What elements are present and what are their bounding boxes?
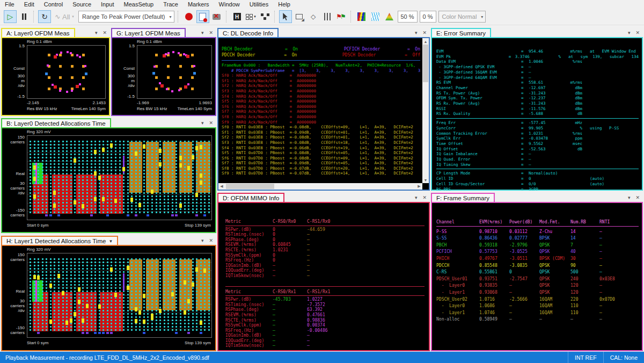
constellation-plot[interactable] <box>137 45 212 99</box>
panel-e-tab[interactable]: E: Error Summary <box>431 28 491 37</box>
panel-c-close-button[interactable]: ✕ <box>422 31 427 35</box>
metric-value: 1.0231 <box>529 131 560 136</box>
overlap-box[interactable]: 0 % <box>420 11 436 23</box>
channel-cell: QPSK <box>539 289 570 296</box>
allocations-plot[interactable] <box>27 135 212 220</box>
allocations-plot[interactable] <box>27 253 212 338</box>
panel-f-close-button[interactable]: ✕ <box>635 195 640 200</box>
panel-g-minimize-button[interactable]: ▾ <box>201 31 204 35</box>
panel-a-header[interactable]: A: Layer0 OFDM Meas ▾✕ <box>1 26 110 37</box>
sync-scatter-point <box>84 65 86 67</box>
decoder-label: PDCCH Decoder <box>222 53 284 59</box>
panel-c-minimize-button[interactable]: ▾ <box>415 31 418 35</box>
panel-g-tab[interactable]: G: Layer1 OFDM Meas <box>111 28 186 37</box>
panel-f-tab[interactable]: F: Frame Summary <box>431 193 495 202</box>
menu-item-window[interactable]: Window <box>214 0 245 9</box>
menu-item-edit[interactable]: Edit <box>19 0 39 9</box>
panel-a-minimize-button[interactable]: ▾ <box>95 31 98 35</box>
panel-f-header[interactable]: F: Frame Summary ▾✕ <box>431 191 643 202</box>
channel-cell: — <box>599 235 602 242</box>
panel-b-tab[interactable]: B: Layer0 Detected Allocations Time <box>1 118 111 127</box>
panel-b-minimize-button[interactable]: ▾ <box>201 121 204 126</box>
color-mode-dropdown[interactable]: Color Normal <box>438 11 486 23</box>
panel-d-close-button[interactable]: ✕ <box>422 195 427 200</box>
band-marker-button[interactable] <box>321 10 334 23</box>
reference-indicator: INT REF <box>568 352 603 363</box>
crs-stripe <box>184 258 186 332</box>
panel-d-header[interactable]: D: OFDM MIMO Info ▾✕ <box>217 191 430 202</box>
play-button[interactable]: ▷ <box>4 10 17 23</box>
panel-c-header[interactable]: C: DL Decode Info ▾✕ <box>217 26 430 37</box>
scroll-right-icon[interactable]: ▶ <box>416 183 422 190</box>
horizontal-scrollbar[interactable]: ◀ ▶ <box>218 183 422 190</box>
scroll-down-icon[interactable]: ▼ <box>422 177 429 183</box>
stop-recording-button[interactable] <box>210 10 223 23</box>
channel-cell: 0.85548 <box>479 263 509 270</box>
panel-e-close-button[interactable]: ✕ <box>635 31 640 35</box>
panel-h-tab[interactable]: H: Layer1 Detected Allocations Time▼ <box>1 236 118 245</box>
spectrogram-button[interactable] <box>355 10 368 23</box>
channel-cell: -3.0835 <box>509 263 539 270</box>
panel-h-close-button[interactable]: ✕ <box>209 238 213 243</box>
select-tool-button[interactable] <box>279 10 292 23</box>
menu-item-input[interactable]: Input <box>96 0 119 9</box>
equals: = <box>521 162 529 168</box>
panel-a-close-button[interactable]: ✕ <box>103 31 107 35</box>
metric-unit <box>560 64 582 70</box>
pause-button[interactable] <box>18 10 31 23</box>
panel-d-minimize-button[interactable]: ▾ <box>415 195 418 200</box>
panel-h-header[interactable]: H: Layer1 Detected Allocations Time▼ ▾✕ <box>1 234 216 245</box>
menu-item-file[interactable]: File <box>0 0 19 9</box>
panel-h-minimize-button[interactable]: ▾ <box>201 238 204 243</box>
marker-button[interactable]: ◇ <box>307 10 320 23</box>
vertical-scrollbar[interactable]: ▲ ▼ <box>422 38 429 183</box>
panel-a-tab[interactable]: A: Layer0 OFDM Meas <box>1 28 75 37</box>
metric-unit: %rms <box>560 131 582 136</box>
crs-stripe <box>58 258 60 332</box>
waterfall-button[interactable] <box>369 10 382 23</box>
restart-button[interactable]: ↻ <box>38 10 51 23</box>
cumulative-history-button[interactable] <box>383 10 396 23</box>
transparency-box[interactable]: 50 % <box>398 11 418 23</box>
zoom-select-button[interactable] <box>293 10 306 23</box>
channel-cell: QPSK <box>539 282 570 289</box>
recording-playback-button[interactable] <box>196 10 209 23</box>
panel-g-header[interactable]: G: Layer1 OFDM Meas ▾✕ <box>111 26 216 37</box>
scrollbar-thumb[interactable] <box>423 45 428 82</box>
panel-f-minimize-button[interactable]: ▾ <box>628 195 631 200</box>
metric-label: Channel Power <box>436 85 521 91</box>
scrollbar-thumb[interactable] <box>226 184 274 189</box>
menu-item-control[interactable]: Control <box>39 0 68 9</box>
y-axis-scale-unit: carriers <box>3 303 25 308</box>
layout-button[interactable]: ▾ <box>245 10 258 23</box>
menu-item-markers[interactable]: Markers <box>183 0 214 9</box>
menu-item-meassetup[interactable]: MeasSetup <box>119 0 159 9</box>
metric-label: SymClk Err <box>436 136 521 141</box>
panel-e-header[interactable]: E: Error Summary ▾✕ <box>431 26 643 37</box>
record-button[interactable] <box>182 10 195 23</box>
sync-scatter-point <box>167 52 170 54</box>
menu-item-help[interactable]: Help <box>273 0 295 9</box>
pdcch-marker <box>65 321 68 325</box>
hardware-button[interactable]: H <box>231 10 244 23</box>
constellation-plot[interactable] <box>27 45 106 99</box>
panel-b-close-button[interactable]: ✕ <box>209 121 213 126</box>
panel-b-header[interactable]: B: Layer0 Detected Allocations Time ▾✕ <box>1 117 216 127</box>
y-axis-bottom-unit: carriers <box>3 213 25 217</box>
range-selector-dropdown[interactable]: Range To Peak Power (Default) <box>78 11 174 23</box>
scroll-left-icon[interactable]: ◀ <box>218 183 225 190</box>
channel-cell: Non-alloc <box>436 316 479 323</box>
scroll-up-icon[interactable]: ▲ <box>422 38 429 45</box>
panel-h-dropdown-icon[interactable]: ▼ <box>108 239 113 244</box>
menu-item-trace[interactable]: Trace <box>158 0 183 9</box>
panel-g-close-button[interactable]: ✕ <box>209 31 213 35</box>
marker-flags-button[interactable]: ⚑⚑ <box>335 10 348 23</box>
menu-item-utilities[interactable]: Utilities <box>245 0 273 9</box>
mimo-table-row: RSTiming.(nsec)—-7.3572 <box>225 302 425 308</box>
panel-c-tab[interactable]: C: DL Decode Info <box>217 28 279 37</box>
panel-d-tab[interactable]: D: OFDM MIMO Info <box>217 193 284 202</box>
panel-e-minimize-button[interactable]: ▾ <box>628 31 631 35</box>
coupling-button[interactable] <box>259 10 272 23</box>
menu-item-source[interactable]: Source <box>68 0 96 9</box>
channel-cell: 120 <box>570 282 599 289</box>
